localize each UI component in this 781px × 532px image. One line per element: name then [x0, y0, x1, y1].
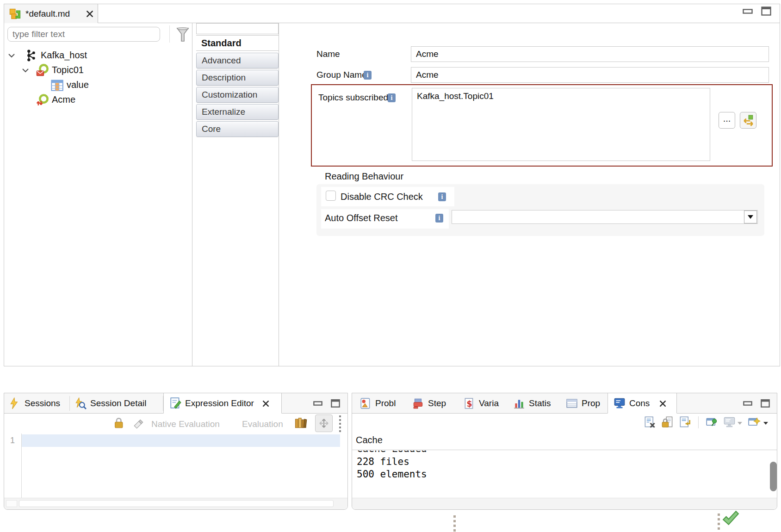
tab-properties[interactable]: Prop [562, 393, 607, 414]
close-icon[interactable] [86, 10, 94, 18]
properties-form-divider [279, 23, 279, 366]
toolbar-drag-handle[interactable] [339, 415, 341, 432]
svg-text:$: $ [467, 399, 472, 408]
horizontal-scrollbar[interactable] [352, 498, 777, 509]
auto-offset-info-icon [435, 214, 443, 223]
chevron-down-icon[interactable] [22, 68, 29, 73]
minimize-icon[interactable] [743, 9, 753, 14]
tree-item-acme[interactable]: Acme [4, 93, 191, 107]
editor-tab-default-md[interactable]: *default.md [4, 4, 98, 23]
horizontal-scrollbar[interactable] [4, 498, 347, 509]
open-console-icon[interactable] [748, 416, 761, 428]
tab-label: Probl [375, 398, 396, 408]
scroll-lock-icon[interactable] [661, 416, 674, 428]
props-tab-customization[interactable]: Customization [196, 87, 279, 103]
display-console-icon[interactable] [723, 416, 736, 428]
chevron-down-icon[interactable] [8, 53, 15, 58]
maximize-icon[interactable] [331, 399, 340, 408]
dropdown-arrow-icon[interactable] [737, 421, 743, 425]
props-tab-advanced[interactable]: Advanced [196, 53, 279, 68]
kafka-host-icon [25, 49, 37, 62]
auto-offset-combo[interactable] [452, 210, 758, 224]
pin-console-icon[interactable] [706, 416, 718, 428]
props-tab-label: Core [202, 124, 221, 134]
console-top-border [352, 450, 777, 450]
explorer-properties-divider[interactable] [192, 23, 192, 366]
topics-subscribed-label: Topics subscribed [318, 93, 388, 103]
group-name-info-icon [364, 71, 372, 80]
clear-console-icon[interactable] [644, 416, 656, 428]
close-icon[interactable] [659, 400, 667, 408]
minimize-icon[interactable] [743, 401, 752, 406]
disable-crc-label: Disable CRC Check [341, 192, 423, 202]
props-tab-standard[interactable]: Standard [196, 35, 279, 51]
tab-label: Statis [529, 398, 551, 408]
name-field[interactable] [411, 46, 769, 62]
vertical-scrollbar-thumb[interactable] [770, 462, 777, 491]
status-ok-check-icon[interactable] [722, 510, 739, 526]
dropdown-arrow-icon[interactable] [763, 421, 769, 425]
group-name-field[interactable] [411, 67, 769, 83]
scrollbar-thumb[interactable] [19, 500, 334, 507]
dropdown-arrow-icon [747, 215, 754, 219]
expression-editor-view: Sessions Session Detail Expression Edito… [4, 393, 348, 510]
sessions-lightning-icon [9, 397, 21, 409]
problems-icon [360, 397, 372, 409]
session-detail-icon [74, 397, 87, 409]
props-tab-externalize[interactable]: Externalize [196, 104, 279, 120]
current-line-highlight[interactable] [22, 434, 340, 447]
maximize-icon[interactable] [761, 6, 771, 16]
tab-statistics[interactable]: Statis [509, 393, 561, 414]
topics-info-icon [388, 93, 396, 102]
reading-behaviour-title: Reading Behaviour [325, 171, 403, 182]
tab-label: Cons [629, 398, 650, 408]
close-icon[interactable] [262, 400, 270, 408]
library-books-icon[interactable] [294, 415, 308, 429]
maximize-icon[interactable] [761, 399, 770, 408]
tab-expression-editor[interactable]: Expression Editor [163, 393, 282, 414]
topic-icon [36, 64, 49, 77]
expand-arrows-button[interactable] [315, 414, 333, 432]
console-clipped-line: Cache Loaded [357, 451, 681, 455]
minimize-icon[interactable] [313, 401, 322, 406]
expand-arrows-icon [318, 418, 329, 429]
trim-drag-handle[interactable] [718, 513, 720, 530]
tree-item-kafka-host[interactable]: Kafka_host [4, 48, 191, 63]
browse-button-label: ... [723, 116, 731, 121]
console-view: Probl Step $ Varia Statis [352, 393, 777, 510]
tab-variables[interactable]: $ Varia [459, 393, 508, 414]
console-cache-label: Cache [356, 435, 383, 445]
tab-steps[interactable]: Step [409, 393, 455, 414]
filter-input[interactable] [7, 27, 160, 42]
consumer-icon [36, 93, 49, 106]
tree-item-topic01[interactable]: Topic01 [4, 63, 191, 78]
tab-label: Sessions [25, 398, 60, 408]
console-text: 500 elements [357, 468, 427, 481]
trim-drag-handle[interactable] [453, 515, 456, 532]
filter-funnel-icon[interactable] [176, 27, 190, 43]
topics-browse-button[interactable]: ... [719, 112, 735, 129]
sync-topics-icon [742, 114, 754, 126]
scrollbar-corner [6, 500, 17, 507]
props-tab-description[interactable]: Description [196, 70, 279, 86]
eraser-icon[interactable] [133, 417, 145, 429]
props-tab-label: Description [202, 73, 246, 83]
tab-console[interactable]: Cons [607, 393, 677, 414]
console-icon [614, 397, 626, 409]
editor-tab-title: *default.md [25, 9, 70, 19]
tab-label: Session Detail [90, 398, 146, 408]
topics-subscribed-field[interactable]: Kafka_host.Topic01 [412, 88, 710, 161]
native-evaluation-button[interactable]: Native Evaluation [151, 419, 220, 429]
tab-sessions[interactable]: Sessions [4, 393, 69, 414]
tab-problems[interactable]: Probl [356, 393, 407, 414]
tab-label: Prop [582, 398, 600, 408]
evaluation-button[interactable]: Evaluation [242, 419, 283, 429]
tree-item-value[interactable]: value [4, 78, 191, 93]
disable-crc-checkbox[interactable] [326, 191, 336, 201]
tab-session-detail[interactable]: Session Detail [70, 393, 162, 414]
props-tab-core[interactable]: Core [196, 121, 279, 137]
word-wrap-icon[interactable] [679, 416, 691, 428]
auto-offset-dropdown-button[interactable] [744, 210, 757, 223]
lock-icon[interactable] [112, 416, 125, 429]
topics-sync-button[interactable] [740, 112, 756, 129]
